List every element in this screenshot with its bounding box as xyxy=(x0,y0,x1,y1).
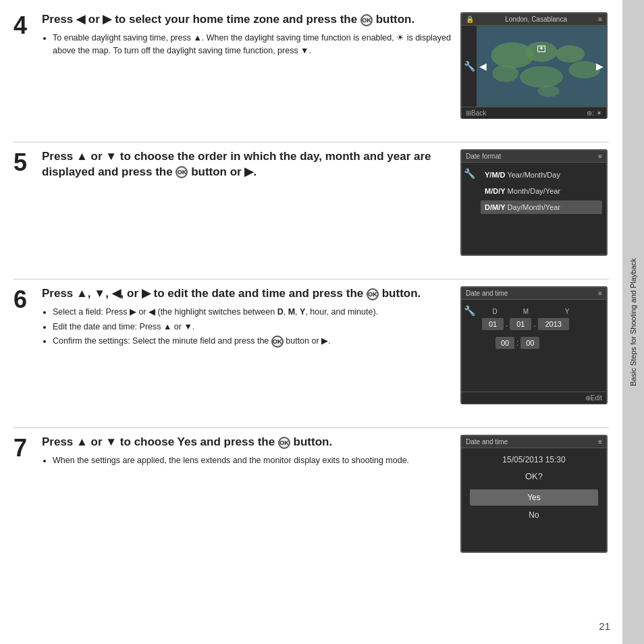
screen-6-topbar: Date and time ≡ xyxy=(462,288,606,300)
screen-4: 🔒 London, Casablanca ≡ 🔧 xyxy=(460,12,608,119)
sidebar-label: Basic Steps for Shooting and Playback xyxy=(629,258,637,386)
svg-point-5 xyxy=(492,65,518,82)
step-5-row: 5 Press ▲ or ▼ to choose the order in wh… xyxy=(14,149,609,256)
screen-6-menu-icon: ≡ xyxy=(598,290,602,297)
d-label: D xyxy=(485,308,505,315)
ok-symbol-4: OK xyxy=(360,14,373,26)
step-6-image: Date and time ≡ 🔧 D M Y 01 xyxy=(460,286,609,404)
steps-area: 4 Press ◀ or ▶ to select your home time … xyxy=(0,0,622,644)
step-6-title: Press ▲, ▼, ◀, or ▶ to edit the date and… xyxy=(42,286,452,302)
screen-7-title: Date and time xyxy=(466,438,508,446)
ok-symbol-6b: OK xyxy=(271,336,284,348)
divider-5-6 xyxy=(14,279,609,279)
menu-item-ymd: Y/M/D Year/Month/Day xyxy=(481,168,602,182)
step-4-image: 🔒 London, Casablanca ≡ 🔧 xyxy=(460,12,609,119)
step-6-bullet-3: Confirm the settings: Select the minute … xyxy=(53,335,452,348)
step-7-title: Press ▲ or ▼ to choose Yes and press the… xyxy=(42,435,452,450)
step-7-image: Date and time ≡ 15/05/2013 15:30 OK? Yes… xyxy=(460,435,609,553)
screen-4-location: London, Casablanca xyxy=(505,16,567,23)
screen-5: Date format ≡ 🔧 Y/M/D Year/Month/Day M/D… xyxy=(460,149,608,256)
screen-7-menu-icon: ≡ xyxy=(598,438,602,446)
screen-6-edit: ⊛Edit xyxy=(585,394,602,402)
ok-symbol-7: OK xyxy=(278,437,290,449)
ok-symbol-5: OK xyxy=(176,166,188,178)
screen-6-sidebar: 🔧 xyxy=(462,300,477,392)
step-5-number: 5 xyxy=(14,151,34,175)
screen-4-back: ⊞Back xyxy=(466,109,486,117)
hour-field: 00 xyxy=(495,337,514,349)
step-7-row: 7 Press ▲ or ▼ to choose Yes and press t… xyxy=(14,435,609,553)
screen-4-topbar: 🔒 London, Casablanca ≡ xyxy=(462,14,606,26)
time-sep: : xyxy=(516,338,519,348)
step-7-bullets: When the settings are applied, the lens … xyxy=(42,454,452,467)
step-4-body: Press ◀ or ▶ to select your home time zo… xyxy=(42,12,452,59)
step-6-number: 6 xyxy=(14,288,34,312)
sidebar-tab: Basic Steps for Shooting and Playback xyxy=(622,0,644,644)
screen-6-title: Date and time xyxy=(466,290,508,297)
m-label: M xyxy=(516,308,536,315)
step-5-image: Date format ≡ 🔧 Y/M/D Year/Month/Day M/D… xyxy=(460,149,609,256)
svg-point-4 xyxy=(520,66,563,88)
menu-item-mdy-code: M/D/Y xyxy=(485,187,506,195)
step-4-title: Press ◀ or ▶ to select your home time zo… xyxy=(42,12,452,28)
step-4-number: 4 xyxy=(14,14,34,38)
screen-7: Date and time ≡ 15/05/2013 15:30 OK? Yes… xyxy=(460,435,608,553)
step-4-row: 4 Press ◀ or ▶ to select your home time … xyxy=(14,12,609,119)
step-7-body: Press ▲ or ▼ to choose Yes and press the… xyxy=(42,435,452,469)
step-6-bullet-2: Edit the date and time: Press ▲ or ▼. xyxy=(53,321,452,333)
step-5-title: Press ▲ or ▼ to choose the order in whic… xyxy=(42,149,452,180)
screen-6-body: 🔧 D M Y 01 . 01 . xyxy=(462,300,606,392)
time-fields: 00 : 00 xyxy=(495,337,601,349)
page-number: 21 xyxy=(599,620,610,632)
step-7-bullet-1: When the settings are applied, the lens … xyxy=(53,454,452,467)
step-4-bullet-1: To enable daylight saving time, press ▲.… xyxy=(53,32,452,57)
screen-4-bottombar: ⊞Back ⊛: ☀ xyxy=(462,107,606,119)
month-field: 01 xyxy=(510,318,531,330)
day-field: 01 xyxy=(482,318,504,330)
screen-7-body: 15/05/2013 15:30 OK? Yes No xyxy=(462,448,606,529)
screen-4-body: 🔧 xyxy=(462,26,606,107)
date-labels: D M Y xyxy=(482,308,601,315)
year-field: 2013 xyxy=(538,318,569,330)
step-6-row: 6 Press ▲, ▼, ◀, or ▶ to edit the date a… xyxy=(14,286,609,404)
world-map-svg xyxy=(477,26,606,107)
screen-5-sidebar: 🔧 xyxy=(462,163,477,244)
minute-field: 00 xyxy=(520,337,539,349)
screen-5-body: 🔧 Y/M/D Year/Month/Day M/D/Y Month/Day/Y… xyxy=(462,163,606,244)
screen-5-menu: Y/M/D Year/Month/Day M/D/Y Month/Day/Yea… xyxy=(477,163,606,244)
step-4-bullets: To enable daylight saving time, press ▲.… xyxy=(42,32,452,57)
screen-7-topbar: Date and time ≡ xyxy=(462,436,606,448)
step-6-body: Press ▲, ▼, ◀, or ▶ to edit the date and… xyxy=(42,286,452,350)
screen-6-bottombar: ⊛Edit xyxy=(462,392,606,404)
date-sep-2: . xyxy=(533,319,536,329)
svg-point-6 xyxy=(569,61,601,79)
ok-question: OK? xyxy=(470,471,598,481)
menu-item-mdy: M/D/Y Month/Day/Year xyxy=(481,184,602,198)
screen-6-date-area: D M Y 01 . 01 . 2013 xyxy=(477,300,606,392)
screen-6: Date and time ≡ 🔧 D M Y 01 xyxy=(460,286,608,404)
screen-5-title: Date format xyxy=(466,153,501,160)
date-sep-1: . xyxy=(505,319,508,329)
divider-6-7 xyxy=(14,427,609,428)
y-label: Y xyxy=(547,308,587,315)
no-button[interactable]: No xyxy=(470,508,598,522)
svg-point-7 xyxy=(538,86,560,97)
menu-item-dmy: D/M/Y Day/Month/Year xyxy=(481,200,602,214)
step-5-body: Press ▲ or ▼ to choose the order in whic… xyxy=(42,149,452,184)
step-7-number: 7 xyxy=(14,436,34,460)
screen-4-sidebar: 🔧 xyxy=(462,26,477,107)
datetime-display: 15/05/2013 15:30 xyxy=(470,455,598,464)
screen-4-menu-icon: ≡ xyxy=(598,16,602,23)
screen-4-ok: ⊛: ☀ xyxy=(587,109,602,117)
divider-4-5 xyxy=(14,142,609,142)
lock-icon: 🔒 xyxy=(466,16,474,23)
main-content: 4 Press ◀ or ▶ to select your home time … xyxy=(0,0,644,644)
yes-button[interactable]: Yes xyxy=(470,489,598,506)
screen-5-menu-icon: ≡ xyxy=(598,153,602,160)
screen-4-map: ◀ ▶ xyxy=(477,26,606,107)
svg-point-3 xyxy=(556,45,585,63)
step-6-bullets: Select a field: Press ▶ or ◀ (the highli… xyxy=(42,306,452,348)
screen-5-topbar: Date format ≡ xyxy=(462,151,606,163)
date-fields: 01 . 01 . 2013 xyxy=(482,318,601,330)
step-6-bullet-1: Select a field: Press ▶ or ◀ (the highli… xyxy=(53,306,452,319)
